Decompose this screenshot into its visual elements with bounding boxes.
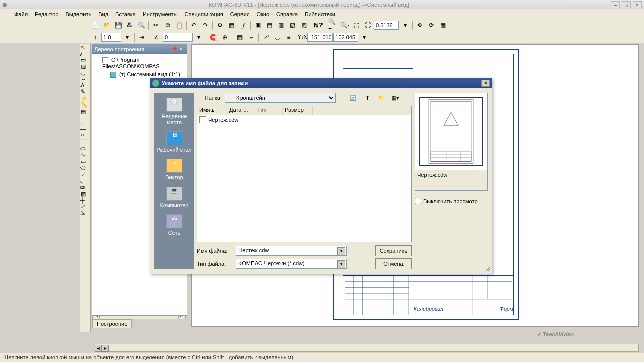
file-row[interactable]: Чертеж.cdw	[197, 115, 411, 124]
tab-build[interactable]: Построение	[92, 319, 132, 328]
menu-window[interactable]: Окно	[253, 10, 272, 18]
props-icon[interactable]: ⚙	[214, 20, 225, 30]
rect-icon[interactable]: ▭	[80, 57, 90, 63]
place-network[interactable]: 🖧Сеть	[156, 212, 192, 238]
dialog-close-button[interactable]: ×	[481, 80, 490, 87]
x-input[interactable]	[307, 33, 333, 42]
new-icon[interactable]: 📄	[90, 20, 101, 30]
place-user[interactable]: 📁Виктор	[156, 157, 192, 183]
tool-d-icon[interactable]: ▧	[287, 20, 298, 30]
save-button[interactable]: Сохранить	[375, 245, 412, 256]
col-type[interactable]: Тип	[255, 106, 283, 115]
menu-spec[interactable]: Спецификация	[182, 10, 226, 18]
place-recent[interactable]: 🕘Недавние места	[156, 96, 192, 127]
filename-input[interactable]: Чертеж.cdw	[236, 246, 347, 256]
seg-icon[interactable]: —	[80, 126, 90, 132]
circle-icon[interactable]: ○	[80, 132, 90, 138]
save-icon[interactable]: 💾	[113, 20, 124, 30]
place-desktop[interactable]: 🖥Рабочий стол	[156, 129, 192, 155]
tree-node-file[interactable]: C:\Program Files\ASCON\KOMPAS	[94, 56, 185, 70]
hatch2-icon[interactable]: ▨	[80, 191, 90, 197]
back-icon[interactable]: 🔄	[348, 93, 359, 103]
dim-icon[interactable]: ↔	[80, 76, 90, 82]
axis-icon[interactable]: ┼	[80, 197, 90, 203]
ellipse-icon[interactable]: ⬭	[80, 145, 90, 152]
chevron-down-icon[interactable]: ▾	[122, 32, 133, 42]
copy2-icon[interactable]: ⧉	[80, 184, 90, 191]
scroll-right-icon[interactable]: ►	[102, 345, 109, 352]
up-icon[interactable]: ⬆	[362, 93, 373, 103]
folder-select[interactable]: Кронштейн	[225, 93, 336, 103]
angle-input[interactable]	[163, 33, 193, 42]
zoom-input[interactable]	[374, 21, 399, 30]
close-button[interactable]: ×	[633, 1, 642, 8]
paste-icon[interactable]: 📋	[174, 20, 185, 30]
tree-close-icon[interactable]: ×	[178, 46, 185, 53]
select-icon[interactable]: ↖	[80, 44, 90, 51]
open-icon[interactable]: 📂	[101, 20, 112, 30]
menu-insert[interactable]: Вставка	[112, 10, 139, 18]
measure-icon[interactable]: 📏	[80, 102, 90, 108]
col-name[interactable]: Имя ▴	[197, 106, 227, 115]
ext-icon[interactable]: ⇲	[80, 210, 90, 216]
scroll-left-icon[interactable]: ◄	[95, 345, 102, 352]
param-icon[interactable]: ≡	[283, 32, 294, 42]
tool-e-icon[interactable]: ▨	[298, 20, 309, 30]
local-icon[interactable]: ⎇	[260, 32, 271, 42]
poly-icon[interactable]: ⬠	[80, 165, 90, 171]
chevron-down-icon[interactable]: ▾	[399, 20, 411, 30]
tool-b-icon[interactable]: ▤	[264, 20, 275, 30]
ortho-icon[interactable]: ⌐	[246, 32, 257, 42]
preview-icon[interactable]: 🔍	[136, 20, 147, 30]
grid2-icon[interactable]: ▦	[234, 32, 245, 42]
rect2-icon[interactable]: ▭	[80, 158, 90, 165]
angle-icon[interactable]: ∠	[151, 32, 162, 42]
line-icon[interactable]: /	[80, 51, 90, 57]
chamfer-icon[interactable]: ⟋	[80, 171, 90, 177]
views-icon[interactable]: ▦▾	[390, 93, 401, 103]
cut-icon[interactable]: ✂	[150, 20, 162, 30]
copy-icon[interactable]: ⧉	[162, 20, 173, 30]
arc-icon[interactable]: ◡	[80, 70, 90, 76]
redo-icon[interactable]: ↷	[200, 20, 211, 30]
minimize-button[interactable]: –	[611, 1, 620, 8]
place-computer[interactable]: 💻Компьютер	[156, 185, 192, 210]
snap-icon[interactable]: 🧲	[208, 32, 219, 42]
col-date[interactable]: Дата ...	[227, 106, 255, 115]
file-list[interactable]: Имя ▴ Дата ... Тип Размер Чертеж.cdw	[197, 106, 412, 242]
maximize-button[interactable]: □	[622, 1, 631, 8]
tool-c-icon[interactable]: ▥	[275, 20, 286, 30]
menu-edit[interactable]: Редактор	[32, 10, 61, 18]
param2-icon[interactable]: ⚡	[80, 95, 90, 102]
cancel-button[interactable]: Отмена	[375, 258, 412, 269]
scale-input[interactable]	[101, 33, 121, 42]
col-size[interactable]: Размер	[283, 106, 313, 115]
arc2-icon[interactable]: ⌒	[80, 138, 90, 145]
filetype-select[interactable]: КОМПАС-Чертежи (*.cdw)	[236, 259, 347, 269]
disable-preview-checkbox[interactable]: Выключить просмотр	[415, 198, 488, 204]
spline-icon[interactable]: ∿	[80, 152, 90, 158]
zoom-fit-icon[interactable]: ⛶	[362, 20, 373, 30]
tool-a-icon[interactable]: ▣	[252, 20, 263, 30]
hscrollbar[interactable]	[95, 344, 639, 352]
point-icon[interactable]: ·	[80, 120, 90, 126]
print-icon[interactable]: 🖶	[124, 20, 135, 30]
vars-icon[interactable]: 𝑓	[237, 20, 249, 30]
zoom-out-icon[interactable]: 🔍-	[339, 20, 350, 30]
undo-icon[interactable]: ↶	[188, 20, 199, 30]
resize-grip-icon[interactable]	[485, 266, 491, 273]
zoom-in-icon[interactable]: 🔍+	[328, 20, 339, 30]
y-input[interactable]	[333, 33, 358, 42]
scale-icon[interactable]: ↕	[90, 32, 101, 42]
spec-icon[interactable]: ▤	[80, 108, 90, 115]
fillet-icon[interactable]: ◟	[80, 177, 90, 184]
edit-icon[interactable]: ✎	[80, 88, 90, 95]
menu-tools[interactable]: Инструменты	[140, 10, 181, 18]
round-icon[interactable]: ◡	[272, 32, 283, 42]
menu-select[interactable]: Выделить	[62, 10, 94, 18]
refresh-icon[interactable]: ⟳	[426, 20, 437, 30]
menu-file[interactable]: Файл	[11, 10, 31, 18]
chevron-down-icon[interactable]: ▾	[359, 32, 370, 42]
pan-icon[interactable]: ✥	[414, 20, 425, 30]
break-icon[interactable]: ⤢	[80, 203, 90, 210]
